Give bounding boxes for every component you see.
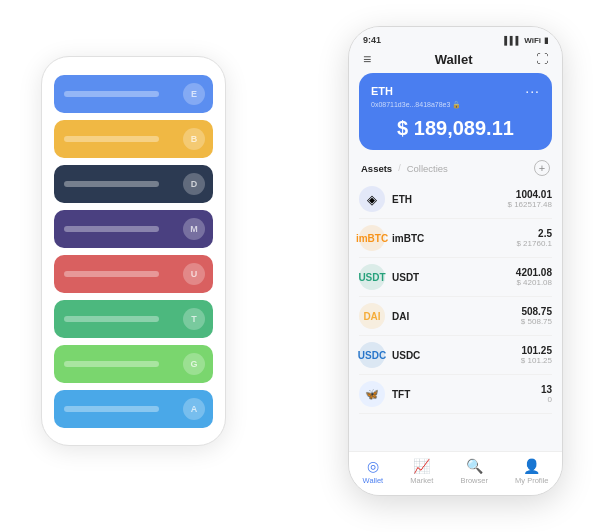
asset-row-usdc[interactable]: USDC USDC 101.25 $ 101.25	[359, 336, 552, 375]
front-phone: 9:41 ▌▌▌ WiFi ▮ ≡ Wallet ⛶ ETH ··· 0x087…	[348, 26, 563, 496]
wallet-nav-label: Wallet	[363, 476, 384, 485]
eth-name: ETH	[392, 194, 508, 205]
profile-nav-icon: 👤	[523, 458, 540, 474]
menu-icon[interactable]: ≡	[363, 51, 371, 67]
wallet-nav-icon: ◎	[367, 458, 379, 474]
assets-header: Assets / Collecties +	[349, 158, 562, 180]
imbtc-name: imBTC	[392, 233, 516, 244]
eth-values: 1004.01 $ 162517.48	[508, 189, 553, 209]
tft-amount-val: 13	[541, 384, 552, 395]
eth-card-header: ETH ···	[371, 83, 540, 99]
asset-row-dai[interactable]: DAI DAI 508.75 $ 508.75	[359, 297, 552, 336]
header-title: Wallet	[435, 52, 473, 67]
asset-row-tft[interactable]: 🦋 TFT 13 0	[359, 375, 552, 414]
eth-amount: $ 189,089.11	[371, 117, 540, 140]
expand-icon[interactable]: ⛶	[536, 52, 548, 66]
usdt-amount-val: 4201.08	[516, 267, 552, 278]
tab-collecties[interactable]: Collecties	[407, 163, 448, 174]
eth-usd: $ 162517.48	[508, 200, 553, 209]
tft-values: 13 0	[541, 384, 552, 404]
imbtc-amount-val: 2.5	[516, 228, 552, 239]
tft-icon: 🦋	[359, 381, 385, 407]
imbtc-values: 2.5 $ 21760.1	[516, 228, 552, 248]
usdc-icon: USDC	[359, 342, 385, 368]
market-nav-icon: 📈	[413, 458, 430, 474]
asset-row-eth[interactable]: ◈ ETH 1004.01 $ 162517.48	[359, 180, 552, 219]
scene: E B D M U T G A 9:41 ▌▌▌ WiFi ▮ ≡ Wallet…	[21, 16, 581, 516]
tab-separator: /	[398, 163, 401, 173]
nav-market[interactable]: 📈 Market	[410, 458, 433, 485]
imbtc-usd: $ 21760.1	[516, 239, 552, 248]
status-time: 9:41	[363, 35, 381, 45]
asset-list: ◈ ETH 1004.01 $ 162517.48 imBTC imBTC 2.…	[349, 180, 562, 451]
add-asset-button[interactable]: +	[534, 160, 550, 176]
asset-row-usdt[interactable]: USDT USDT 4201.08 $ 4201.08	[359, 258, 552, 297]
nav-wallet[interactable]: ◎ Wallet	[363, 458, 384, 485]
dai-icon: DAI	[359, 303, 385, 329]
card-2[interactable]: B	[54, 120, 213, 158]
nav-profile[interactable]: 👤 My Profile	[515, 458, 548, 485]
usdt-usd: $ 4201.08	[516, 278, 552, 287]
market-nav-label: Market	[410, 476, 433, 485]
asset-row-imbtc[interactable]: imBTC imBTC 2.5 $ 21760.1	[359, 219, 552, 258]
signal-icon: ▌▌▌	[504, 36, 521, 45]
battery-icon: ▮	[544, 36, 548, 45]
status-icons: ▌▌▌ WiFi ▮	[504, 36, 548, 45]
dai-usd: $ 508.75	[521, 317, 552, 326]
card-5[interactable]: U	[54, 255, 213, 293]
usdt-values: 4201.08 $ 4201.08	[516, 267, 552, 287]
card-3[interactable]: D	[54, 165, 213, 203]
usdt-icon: USDT	[359, 264, 385, 290]
usdc-name: USDC	[392, 350, 521, 361]
browser-nav-icon: 🔍	[466, 458, 483, 474]
eth-icon: ◈	[359, 186, 385, 212]
usdc-usd: $ 101.25	[521, 356, 552, 365]
profile-nav-label: My Profile	[515, 476, 548, 485]
card-8[interactable]: A	[54, 390, 213, 428]
nav-browser[interactable]: 🔍 Browser	[460, 458, 488, 485]
card-1[interactable]: E	[54, 75, 213, 113]
tab-assets[interactable]: Assets	[361, 163, 392, 174]
eth-amount-val: 1004.01	[508, 189, 553, 200]
phone-header: ≡ Wallet ⛶	[349, 47, 562, 73]
usdc-amount-val: 101.25	[521, 345, 552, 356]
back-phone: E B D M U T G A	[41, 56, 226, 446]
tft-name: TFT	[392, 389, 541, 400]
assets-tabs: Assets / Collecties	[361, 163, 448, 174]
dai-name: DAI	[392, 311, 521, 322]
dai-values: 508.75 $ 508.75	[521, 306, 552, 326]
eth-address: 0x08711d3e...8418a78e3 🔒	[371, 101, 540, 109]
usdt-name: USDT	[392, 272, 516, 283]
eth-card[interactable]: ETH ··· 0x08711d3e...8418a78e3 🔒 $ 189,0…	[359, 73, 552, 150]
tft-usd: 0	[541, 395, 552, 404]
browser-nav-label: Browser	[460, 476, 488, 485]
eth-label: ETH	[371, 85, 393, 97]
card-6[interactable]: T	[54, 300, 213, 338]
usdc-values: 101.25 $ 101.25	[521, 345, 552, 365]
card-7[interactable]: G	[54, 345, 213, 383]
wifi-icon: WiFi	[524, 36, 541, 45]
status-bar: 9:41 ▌▌▌ WiFi ▮	[349, 27, 562, 47]
eth-card-menu[interactable]: ···	[525, 83, 540, 99]
bottom-nav: ◎ Wallet 📈 Market 🔍 Browser 👤 My Profile	[349, 451, 562, 495]
card-4[interactable]: M	[54, 210, 213, 248]
imbtc-icon: imBTC	[359, 225, 385, 251]
dai-amount-val: 508.75	[521, 306, 552, 317]
